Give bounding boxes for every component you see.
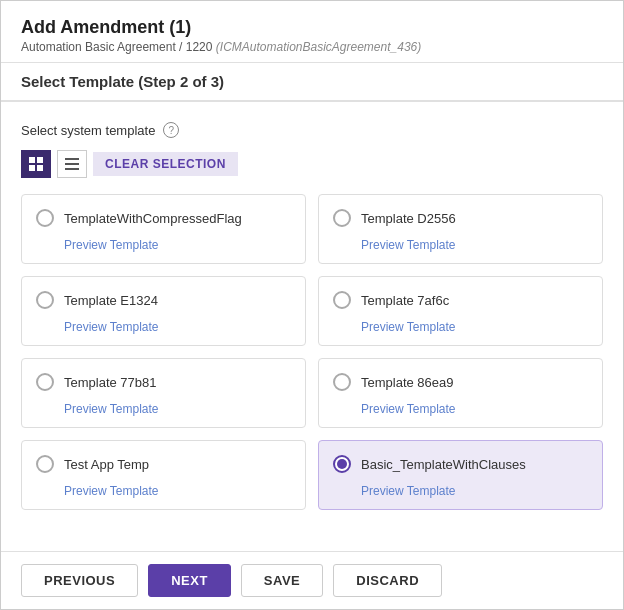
template-name-TestAppTemp: Test App Temp (64, 457, 149, 472)
previous-button[interactable]: PREVIOUS (21, 564, 138, 597)
radio-TemplateD2556[interactable] (333, 209, 351, 227)
template-card-TemplateE1324[interactable]: Template E1324Preview Template (21, 276, 306, 346)
svg-rect-6 (65, 168, 79, 170)
template-card-TestAppTemp[interactable]: Test App TempPreview Template (21, 440, 306, 510)
save-button[interactable]: SAVE (241, 564, 323, 597)
preview-link-TemplateWithCompressedFlag[interactable]: Preview Template (64, 238, 159, 252)
preview-link-Basic_TemplateWithClauses[interactable]: Preview Template (361, 484, 456, 498)
template-card-Template86ea9[interactable]: Template 86ea9Preview Template (318, 358, 603, 428)
radio-Basic_TemplateWithClauses[interactable] (333, 455, 351, 473)
help-icon[interactable]: ? (163, 122, 179, 138)
template-card-Template77b81[interactable]: Template 77b81Preview Template (21, 358, 306, 428)
controls-row: CLEAR SELECTION (21, 150, 603, 178)
template-card-Template7af6c[interactable]: Template 7af6cPreview Template (318, 276, 603, 346)
agreement-name: Automation Basic Agreement / 1220 (21, 40, 212, 54)
template-name-Template7af6c: Template 7af6c (361, 293, 449, 308)
svg-rect-4 (65, 158, 79, 160)
preview-link-Template77b81[interactable]: Preview Template (64, 402, 159, 416)
preview-link-Template7af6c[interactable]: Preview Template (361, 320, 456, 334)
preview-link-TestAppTemp[interactable]: Preview Template (64, 484, 159, 498)
agreement-id: (ICMAutomationBasicAgreement_436) (216, 40, 421, 54)
radio-TemplateWithCompressedFlag[interactable] (36, 209, 54, 227)
step-header: Select Template (Step 2 of 3) (1, 63, 623, 102)
header-subtitle: Automation Basic Agreement / 1220 (ICMAu… (21, 40, 603, 54)
footer: PREVIOUS NEXT SAVE DISCARD (1, 551, 623, 609)
clear-selection-button[interactable]: CLEAR SELECTION (93, 152, 238, 176)
template-name-TemplateE1324: Template E1324 (64, 293, 158, 308)
svg-rect-5 (65, 163, 79, 165)
list-view-button[interactable] (57, 150, 87, 178)
radio-Template7af6c[interactable] (333, 291, 351, 309)
templates-grid: TemplateWithCompressedFlagPreview Templa… (21, 194, 603, 510)
radio-Template86ea9[interactable] (333, 373, 351, 391)
preview-link-TemplateD2556[interactable]: Preview Template (361, 238, 456, 252)
radio-Template77b81[interactable] (36, 373, 54, 391)
preview-link-TemplateE1324[interactable]: Preview Template (64, 320, 159, 334)
template-card-TemplateWithCompressedFlag[interactable]: TemplateWithCompressedFlagPreview Templa… (21, 194, 306, 264)
template-card-Basic_TemplateWithClauses[interactable]: Basic_TemplateWithClausesPreview Templat… (318, 440, 603, 510)
svg-rect-2 (29, 165, 35, 171)
discard-button[interactable]: DISCARD (333, 564, 442, 597)
main-window: Add Amendment (1) Automation Basic Agree… (0, 0, 624, 610)
header: Add Amendment (1) Automation Basic Agree… (1, 1, 623, 63)
template-name-Basic_TemplateWithClauses: Basic_TemplateWithClauses (361, 457, 526, 472)
template-name-TemplateWithCompressedFlag: TemplateWithCompressedFlag (64, 211, 242, 226)
template-card-TemplateD2556[interactable]: Template D2556Preview Template (318, 194, 603, 264)
template-name-Template86ea9: Template 86ea9 (361, 375, 454, 390)
next-button[interactable]: NEXT (148, 564, 231, 597)
preview-link-Template86ea9[interactable]: Preview Template (361, 402, 456, 416)
content-area: Select system template ? CLEAR (1, 102, 623, 551)
template-section-label: Select system template (21, 123, 155, 138)
radio-TestAppTemp[interactable] (36, 455, 54, 473)
svg-rect-3 (37, 165, 43, 171)
template-label-row: Select system template ? (21, 122, 603, 138)
radio-TemplateE1324[interactable] (36, 291, 54, 309)
page-title: Add Amendment (1) (21, 17, 603, 38)
svg-rect-1 (37, 157, 43, 163)
template-name-Template77b81: Template 77b81 (64, 375, 157, 390)
template-name-TemplateD2556: Template D2556 (361, 211, 456, 226)
grid-view-button[interactable] (21, 150, 51, 178)
svg-rect-0 (29, 157, 35, 163)
